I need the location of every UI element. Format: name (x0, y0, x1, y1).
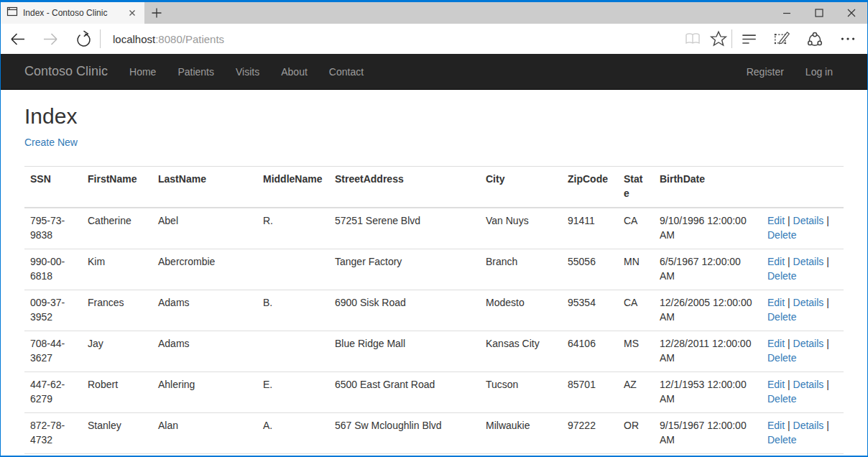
action-separator: | (785, 420, 793, 431)
details-link[interactable]: Details (793, 256, 824, 267)
cell-actions: Edit | Details | Delete (762, 290, 844, 331)
cell-last-name: Alcorn (152, 453, 257, 456)
minimize-icon[interactable] (770, 2, 803, 24)
maximize-icon[interactable] (803, 2, 835, 24)
col-header-state: State (618, 167, 654, 208)
details-link[interactable]: Details (793, 420, 824, 431)
browser-toolbar: localhost:8080/Patients (1, 24, 867, 54)
table-row: 447-62-6279RobertAhleringE.6500 East Gra… (24, 371, 844, 412)
cell-first-name: Stanley (82, 412, 152, 453)
site-navbar: Contoso Clinic HomePatientsVisitsAboutCo… (1, 54, 867, 90)
cell-ssn: 708-44-3627 (24, 331, 82, 371)
cell-state: CA (618, 208, 654, 249)
details-link[interactable]: Details (793, 215, 824, 226)
browser-tab[interactable]: Index - Contoso Clinic (1, 2, 144, 24)
action-separator: | (823, 256, 829, 267)
edit-link[interactable]: Edit (767, 420, 785, 431)
edit-link[interactable]: Edit (767, 215, 785, 226)
delete-link[interactable]: Delete (767, 434, 796, 446)
cell-ssn: 009-37-3952 (24, 290, 82, 331)
details-link[interactable]: Details (793, 379, 824, 390)
cell-last-name: Abercrombie (152, 249, 257, 290)
url-host: localhost (113, 33, 155, 45)
cell-last-name: Adams (152, 331, 257, 371)
edit-link[interactable]: Edit (767, 256, 785, 267)
cell-actions: Edit | Details | Delete (762, 249, 844, 290)
action-separator: | (823, 338, 829, 349)
details-link[interactable]: Details (793, 297, 824, 308)
edit-link[interactable]: Edit (767, 297, 785, 308)
cell-city: Milwaukie (480, 412, 562, 453)
col-header-actions (762, 167, 844, 208)
delete-link[interactable]: Delete (767, 311, 796, 323)
more-ellipsis-icon[interactable] (831, 24, 864, 54)
cell-last-name: Ahlering (152, 371, 257, 412)
create-new-link[interactable]: Create New (24, 137, 78, 148)
cell-ssn: 990-00-6818 (24, 249, 82, 290)
cell-street-address: 567 Sw Mcloughlin Blvd (329, 412, 480, 453)
cell-zip-code: 91411 (562, 208, 618, 249)
cell-state: CA (618, 290, 654, 331)
forward-icon[interactable] (34, 24, 67, 54)
col-header-firstname: FirstName (82, 167, 152, 208)
cell-birth-date: 3/23/2010 12:00:00 AM (654, 453, 762, 456)
details-link[interactable]: Details (793, 338, 824, 349)
nav-link-register[interactable]: Register (736, 54, 795, 90)
nav-link-visits[interactable]: Visits (225, 54, 270, 90)
hub-lines-icon[interactable] (732, 24, 765, 54)
brand-link[interactable]: Contoso Clinic (24, 64, 119, 79)
tab-close-icon[interactable] (126, 6, 139, 19)
cell-middle-name: L. (257, 453, 329, 456)
nav-link-about[interactable]: About (270, 54, 318, 90)
delete-link[interactable]: Delete (767, 393, 796, 405)
favorites-star-icon[interactable] (706, 24, 731, 54)
back-icon[interactable] (1, 24, 34, 54)
nav-link-home[interactable]: Home (119, 54, 167, 90)
cell-last-name: Alan (152, 412, 257, 453)
cell-first-name: Robert (82, 371, 152, 412)
action-separator: | (785, 297, 793, 308)
cell-state: WY (618, 453, 654, 456)
action-separator: | (823, 420, 829, 431)
cell-city: Van Nuys (480, 208, 562, 249)
new-tab-button[interactable] (144, 2, 169, 24)
web-note-pen-icon[interactable] (765, 24, 798, 54)
table-row: 795-73-9838CatherineAbelR.57251 Serene B… (24, 208, 844, 249)
delete-link[interactable]: Delete (767, 229, 796, 241)
share-icon[interactable] (798, 24, 831, 54)
cell-actions: Edit | Details | Delete (762, 412, 844, 453)
cell-first-name: Paul (82, 453, 152, 456)
patients-table-body: 795-73-9838CatherineAbelR.57251 Serene B… (24, 208, 844, 456)
close-icon[interactable] (835, 2, 867, 24)
nav-link-log-in[interactable]: Log in (795, 54, 844, 90)
cell-city: Tucson (480, 371, 562, 412)
action-separator: | (823, 215, 829, 226)
action-separator: | (785, 379, 793, 390)
table-row: 872-78-4732StanleyAlanA.567 Sw Mcloughli… (24, 412, 844, 453)
nav-link-contact[interactable]: Contact (318, 54, 374, 90)
table-row: 898-79-8701PaulAlcornL.White Mountain Ma… (24, 453, 844, 456)
col-header-zipcode: ZipCode (562, 167, 618, 208)
cell-birth-date: 12/26/2005 12:00:00 AM (654, 290, 762, 331)
cell-state: OR (618, 412, 654, 453)
action-separator: | (785, 338, 793, 349)
refresh-icon[interactable] (67, 24, 100, 54)
edit-link[interactable]: Edit (767, 379, 785, 390)
titlebar-drag-area (169, 2, 770, 24)
delete-link[interactable]: Delete (767, 270, 796, 282)
delete-link[interactable]: Delete (767, 352, 796, 364)
cell-first-name: Catherine (82, 208, 152, 249)
cell-first-name: Jay (82, 331, 152, 371)
action-separator: | (823, 379, 829, 390)
cell-birth-date: 9/15/1967 12:00:00 AM (654, 412, 762, 453)
cell-birth-date: 6/5/1967 12:00:00 AM (654, 249, 762, 290)
nav-link-patients[interactable]: Patients (167, 54, 225, 90)
edit-link[interactable]: Edit (767, 338, 785, 349)
col-header-ssn: SSN (24, 167, 82, 208)
toolbar-right-group (680, 24, 867, 54)
cell-street-address: 57251 Serene Blvd (329, 208, 480, 249)
address-bar[interactable]: localhost:8080/Patients (101, 24, 680, 54)
reading-view-book-icon[interactable] (680, 24, 706, 54)
cell-zip-code: 95354 (562, 290, 618, 331)
cell-actions: Edit | Details | Delete (762, 331, 844, 371)
